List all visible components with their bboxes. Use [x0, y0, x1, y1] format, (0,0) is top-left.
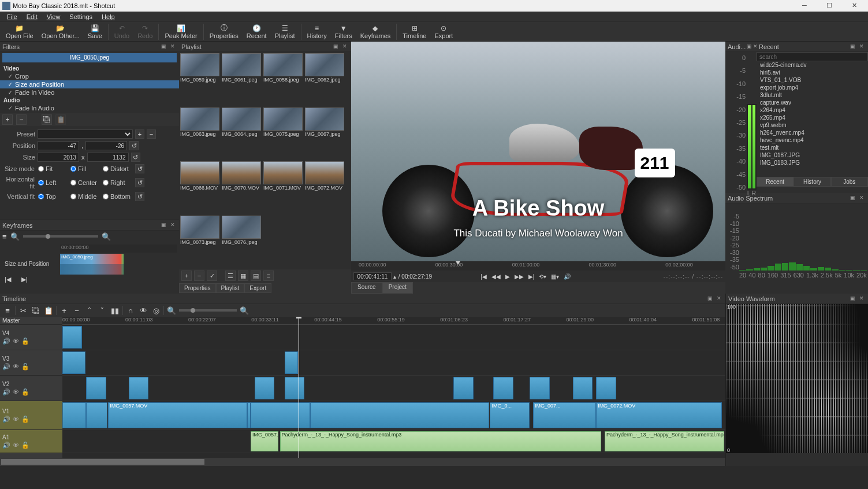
rewind-icon[interactable]: ◀◀: [491, 273, 501, 280]
toolbar-properties[interactable]: ⓘProperties: [206, 24, 242, 40]
playlist-thumb[interactable]: IMG_0062.jpeg: [305, 53, 345, 106]
track-header-v3[interactable]: V3🔊👁🔓: [0, 350, 62, 376]
fforward-icon[interactable]: ▶▶: [515, 273, 524, 280]
kf-menu-icon[interactable]: ≡: [2, 232, 7, 241]
preset-add-button[interactable]: +: [135, 129, 144, 139]
remove-icon[interactable]: −: [72, 306, 82, 315]
overwrite-icon[interactable]: ˇ: [97, 306, 107, 315]
track-header-v2[interactable]: V2🔊👁🔓: [0, 376, 62, 401]
hfit-left-radio[interactable]: [38, 180, 44, 186]
toolbar-timeline[interactable]: ⊞Timeline: [399, 24, 430, 40]
maximize-button[interactable]: ☐: [818, 0, 841, 12]
lock-icon[interactable]: 🔓: [21, 442, 29, 449]
size-w-input[interactable]: [38, 153, 79, 162]
menu-file[interactable]: File: [2, 13, 22, 20]
panel-undock-icon[interactable]: ▣: [848, 295, 856, 303]
playlist-thumb[interactable]: IMG_0070.MOV: [222, 161, 262, 214]
recent-item[interactable]: test.mlt: [757, 144, 868, 151]
position-x-input[interactable]: [38, 141, 79, 150]
timeline-clip[interactable]: IMG_0072.MOV: [596, 402, 722, 428]
menu-settings[interactable]: Settings: [65, 13, 97, 20]
timeline-clip[interactable]: [62, 326, 82, 349]
timeline-clip[interactable]: [493, 377, 513, 399]
hide-icon[interactable]: 👁: [13, 388, 19, 396]
tab-properties[interactable]: Properties: [179, 283, 216, 293]
tl-menu-icon[interactable]: ≡: [2, 306, 13, 315]
timeline-clip[interactable]: Pachyderm_-_13_-_Happy_Song_instrumental…: [280, 431, 602, 451]
add-filter-button[interactable]: +: [2, 114, 13, 125]
toolbar-playlist[interactable]: ☰Playlist: [271, 24, 299, 40]
playlist-thumb[interactable]: IMG_0071.MOV: [263, 161, 304, 214]
track-header-v4[interactable]: V4🔊👁🔓: [0, 325, 62, 350]
recent-item[interactable]: export job.mp4: [757, 84, 868, 91]
timeline-clip[interactable]: [285, 377, 304, 399]
minimize-button[interactable]: ─: [793, 0, 816, 12]
tab-history[interactable]: History: [794, 177, 830, 187]
timeline-clip[interactable]: [129, 377, 148, 399]
filter-item-fade-in-video[interactable]: ✓Fade In Video: [0, 88, 179, 97]
vfit-top-radio[interactable]: [38, 194, 44, 199]
skip-start-icon[interactable]: |◀: [480, 273, 487, 280]
tab-recent[interactable]: Recent: [757, 177, 794, 187]
sizemode-reset-button[interactable]: ↺: [135, 164, 144, 173]
sizemode-fit-radio[interactable]: [38, 166, 44, 172]
filter-item-size-and-position[interactable]: ✓Size and Position: [0, 80, 179, 88]
playlist-thumb[interactable]: IMG_0061.jpeg: [222, 53, 262, 106]
timeline-clip[interactable]: [573, 377, 593, 399]
timeline-clip[interactable]: [285, 351, 298, 374]
hfit-right-radio[interactable]: [103, 180, 109, 186]
video-preview[interactable]: 211 A Bike Show This Ducati by Michael W…: [351, 42, 725, 261]
hide-icon[interactable]: 👁: [13, 442, 19, 449]
paste-icon[interactable]: 📋: [43, 306, 54, 315]
tl-zoom-slider[interactable]: [179, 309, 237, 312]
panel-close-icon[interactable]: ✕: [858, 194, 866, 202]
hfit-reset-button[interactable]: ↺: [135, 178, 144, 187]
playlist-thumb[interactable]: IMG_0059.jpeg: [180, 53, 221, 106]
sizemode-fill-radio[interactable]: [70, 166, 76, 172]
hfit-center-radio[interactable]: [70, 180, 76, 186]
playlist-thumb[interactable]: IMG_0066.MOV: [180, 161, 221, 214]
tab-project[interactable]: Project: [382, 282, 413, 294]
copy-icon[interactable]: ⿻: [31, 306, 41, 315]
lock-icon[interactable]: 🔓: [21, 338, 29, 345]
panel-close-icon[interactable]: ✕: [169, 43, 177, 51]
playlist-thumb[interactable]: IMG_0058.jpeg: [263, 53, 304, 106]
tab-source[interactable]: Source: [351, 282, 382, 294]
preset-remove-button[interactable]: −: [147, 129, 156, 139]
hide-icon[interactable]: 👁: [13, 338, 19, 345]
vfit-reset-button[interactable]: ↺: [135, 192, 144, 201]
track-header-master[interactable]: Master: [0, 317, 62, 325]
timeline-clip[interactable]: [453, 377, 473, 399]
split-icon[interactable]: ▮▮: [110, 306, 120, 315]
pl-view-detail-icon[interactable]: ▤: [251, 271, 261, 281]
lock-icon[interactable]: 🔓: [21, 388, 29, 396]
zoom-slider[interactable]: [23, 235, 98, 238]
toolbar-open-other-[interactable]: 📂Open Other...: [38, 24, 83, 40]
panel-close-icon[interactable]: ✕: [858, 295, 866, 303]
panel-undock-icon[interactable]: ▣: [331, 43, 340, 51]
timeline-clip[interactable]: IMG_0057.MOV: [108, 402, 247, 428]
grid-icon[interactable]: ▦▾: [551, 273, 559, 280]
timeline-scrollbar[interactable]: [0, 458, 725, 466]
timeline-clip[interactable]: [86, 402, 107, 428]
track-v4[interactable]: [62, 325, 725, 350]
ripple-icon[interactable]: ◎: [151, 306, 161, 315]
preview-scrubber[interactable]: 00:00:00:0000:00:30:0000:01:00:0000:01:3…: [351, 261, 725, 271]
vfit-bottom-radio[interactable]: [103, 194, 109, 199]
toolbar-filters[interactable]: ▼Filters: [331, 24, 356, 40]
timeline-playhead[interactable]: [299, 317, 299, 458]
timeline-clip[interactable]: [86, 377, 106, 399]
mute-icon[interactable]: 🔊: [2, 416, 10, 423]
skip-end-icon[interactable]: ▶|: [528, 273, 535, 280]
pl-view-grid-icon[interactable]: ▦: [238, 271, 248, 281]
toolbar-open-file[interactable]: 📁Open File: [2, 24, 37, 40]
playlist-thumb[interactable]: IMG_0064.jpeg: [222, 108, 262, 161]
vfit-middle-radio[interactable]: [70, 194, 76, 199]
mute-icon[interactable]: 🔊: [2, 442, 10, 449]
close-button[interactable]: ✕: [843, 0, 866, 12]
recent-item[interactable]: hevc_nvenc.mp4: [757, 136, 868, 144]
pl-remove-button[interactable]: −: [194, 271, 204, 281]
panel-undock-icon[interactable]: ▣: [159, 221, 167, 229]
size-reset-button[interactable]: ↺: [131, 153, 140, 162]
panel-undock-icon[interactable]: ▣: [848, 194, 856, 202]
